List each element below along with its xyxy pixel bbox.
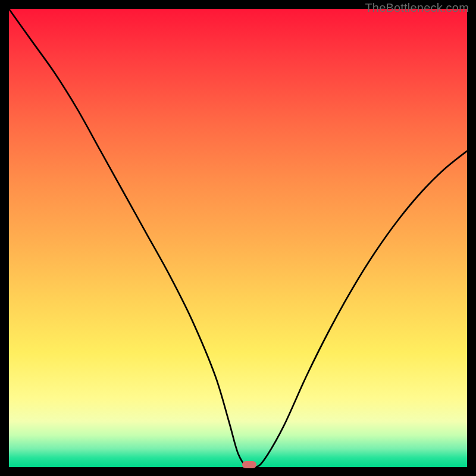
watermark-text: TheBottleneck.com xyxy=(365,1,469,15)
bottleneck-curve xyxy=(9,9,467,467)
plot-area xyxy=(9,9,467,467)
chart-stage: TheBottleneck.com xyxy=(0,0,476,476)
min-marker xyxy=(242,461,256,468)
